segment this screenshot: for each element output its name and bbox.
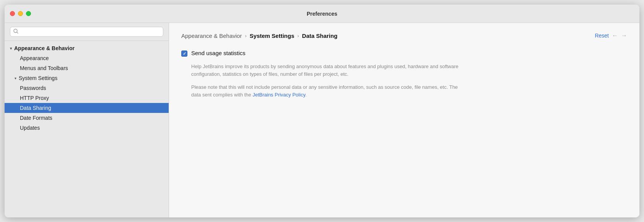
breadcrumb-nav: Reset ← → [595,32,627,39]
back-button[interactable]: ← [612,32,618,39]
window-title: Preferences [307,11,337,17]
sidebar-item-date-formats[interactable]: Date Formats [5,113,169,123]
svg-line-1 [17,32,18,33]
setting-row-send-usage-stats: ✓ Send usage statistics [181,50,627,57]
close-button[interactable] [10,11,15,16]
breadcrumb: Appearance & Behavior › System Settings … [181,32,627,39]
description-text-1: Help JetBrains improve its products by s… [191,63,467,78]
forward-button[interactable]: → [621,32,627,39]
chevron-down-icon: ▾ [15,76,16,80]
send-usage-stats-checkbox[interactable]: ✓ [181,51,187,57]
maximize-button[interactable] [26,11,31,16]
chevron-down-icon: ▾ [10,46,12,51]
breadcrumb-part-2: System Settings [250,33,294,39]
description-text-2: Please note that this will not include p… [191,83,467,99]
titlebar: Preferences [5,5,639,23]
sidebar-item-http-proxy[interactable]: HTTP Proxy [5,93,169,103]
breadcrumb-separator-1: › [245,33,246,39]
sidebar-item-appearance[interactable]: Appearance [5,53,169,63]
preferences-window: Preferences ▾ [5,5,639,217]
search-box[interactable] [10,27,163,37]
search-input[interactable] [21,29,160,35]
checkbox-wrap: ✓ [181,51,187,57]
checkmark-icon: ✓ [183,51,186,56]
sidebar-item-data-sharing[interactable]: Data Sharing [5,103,169,113]
privacy-policy-link[interactable]: JetBrains Privacy Policy [252,92,305,98]
traffic-lights [10,11,31,16]
sidebar-item-menus-toolbars[interactable]: Menus and Toolbars [5,63,169,73]
reset-button[interactable]: Reset [595,33,609,39]
sidebar-section-label: Appearance & Behavior [14,45,75,51]
sidebar-item-updates[interactable]: Updates [5,123,169,133]
sidebar-item-system-settings[interactable]: ▾ System Settings [5,73,169,83]
breadcrumb-part-1: Appearance & Behavior [181,33,242,39]
description-prefix: Please note that this will not include p… [191,84,458,98]
search-icon [13,29,18,35]
breadcrumb-part-3: Data Sharing [302,33,338,39]
main-area: ▾ Appearance & Behavior Appearance Menus… [5,23,639,217]
minimize-button[interactable] [18,11,23,16]
setting-label: Send usage statistics [191,50,246,56]
nav-tree: ▾ Appearance & Behavior Appearance Menus… [5,41,169,217]
description-block: Help JetBrains improve its products by s… [191,63,627,99]
sidebar-item-passwords[interactable]: Passwords [5,83,169,93]
sidebar: ▾ Appearance & Behavior Appearance Menus… [5,23,169,217]
search-area [5,23,169,41]
description-suffix: . [305,92,307,98]
sidebar-item-appearance-behavior[interactable]: ▾ Appearance & Behavior [5,43,169,53]
breadcrumb-separator-2: › [298,33,299,39]
content-area: Appearance & Behavior › System Settings … [169,23,639,217]
